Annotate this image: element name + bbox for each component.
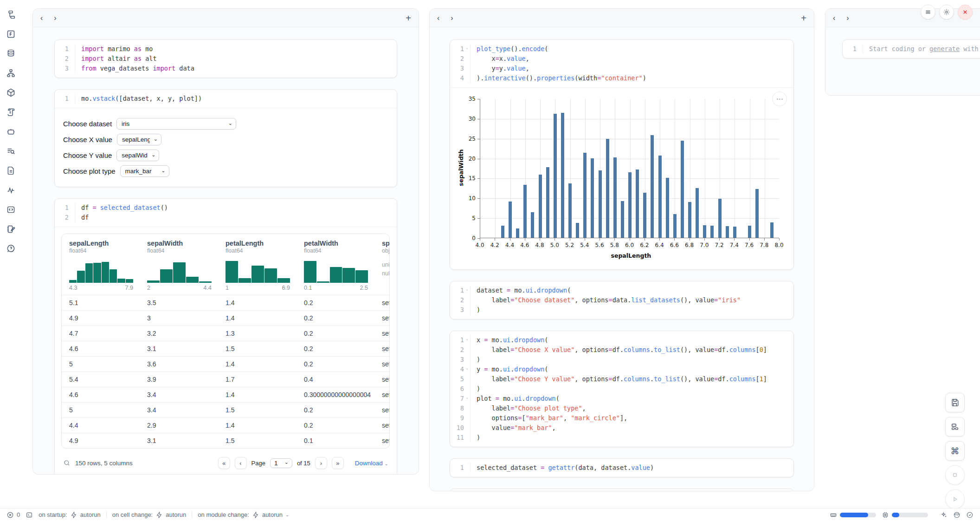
dependency-graph-icon[interactable] — [5, 67, 17, 79]
tracing-icon[interactable] — [5, 184, 17, 196]
fold-chevron-icon[interactable]: ⌄ — [464, 286, 470, 295]
generate-with-ai-link[interactable]: generate — [929, 45, 960, 52]
code-block-icon[interactable] — [5, 203, 17, 215]
chart-bar[interactable] — [583, 153, 587, 238]
table-row[interactable]: 4.93.11.50.1setosa — [62, 433, 390, 448]
help-icon[interactable] — [5, 242, 17, 254]
last-page-button[interactable]: » — [332, 457, 344, 469]
chart-bar[interactable] — [576, 223, 579, 238]
chart-bar[interactable] — [770, 222, 774, 238]
database-icon[interactable] — [5, 47, 17, 59]
chart-plot-area[interactable] — [480, 99, 779, 238]
on-module-change-setting[interactable]: on module change: autorun ⌄ — [198, 511, 289, 519]
chart-bar[interactable] — [755, 189, 759, 238]
menu-button[interactable] — [921, 5, 935, 20]
chart-bar[interactable] — [688, 202, 691, 238]
code-editor[interactable]: 1⌄plot_type().encode(2 x=x.value,3 y=y.v… — [450, 40, 793, 87]
code-editor[interactable]: 1df = selected_dataset()2df — [55, 199, 397, 227]
add-cell-button[interactable]: + — [801, 13, 806, 23]
chart-bar[interactable] — [509, 202, 512, 238]
table-row[interactable]: 5.43.91.70.4setosa — [62, 371, 390, 387]
bar-chart[interactable]: 4.04.24.44.64.85.05.25.45.65.86.06.26.46… — [453, 91, 790, 264]
add-cell-button[interactable]: + — [406, 13, 411, 23]
chevron-right-icon[interactable]: › — [54, 14, 56, 22]
search-list-icon[interactable] — [5, 145, 17, 157]
file-tree-icon[interactable] — [5, 8, 17, 20]
chart-bar[interactable] — [718, 199, 722, 238]
scratchpad-icon[interactable] — [5, 223, 17, 235]
code-editor[interactable]: 1plot_type = getattr(alt.Chart(df), plot… — [450, 489, 793, 491]
chart-menu-button[interactable] — [772, 91, 787, 106]
chart-bar[interactable] — [703, 225, 706, 238]
chart-bar[interactable] — [606, 139, 609, 238]
chevron-left-icon[interactable]: ‹ — [833, 14, 835, 22]
chart-bar[interactable] — [554, 114, 557, 238]
code-editor[interactable]: 1⌄x = mo.ui.dropdown(2 label="Choose X v… — [450, 331, 793, 447]
table-row[interactable]: 5.13.51.40.2setosa — [62, 295, 390, 310]
page-select[interactable]: 1 — [270, 458, 292, 468]
chart-bar[interactable] — [733, 227, 736, 238]
next-page-button[interactable]: › — [315, 457, 327, 469]
chevron-right-icon[interactable]: › — [451, 14, 453, 22]
cell-selected-dataset[interactable]: 1selected_dataset = getattr(data, datase… — [450, 458, 794, 477]
chart-bar[interactable] — [643, 193, 646, 238]
on-startup-setting[interactable]: on startup: autorun — [39, 511, 101, 519]
chart-bar[interactable] — [628, 172, 632, 238]
chart-bar[interactable] — [748, 226, 751, 238]
chart-bar[interactable] — [621, 201, 624, 238]
first-page-button[interactable]: « — [218, 457, 230, 469]
chart-bar[interactable] — [516, 228, 519, 238]
chart-bar[interactable] — [591, 158, 594, 238]
chart-bar[interactable] — [726, 226, 729, 238]
chevron-right-icon[interactable]: › — [846, 14, 849, 22]
prev-page-button[interactable]: ‹ — [235, 457, 247, 469]
run-button[interactable] — [945, 489, 965, 509]
fold-chevron-icon[interactable]: ⌄ — [464, 394, 470, 404]
dataset-select[interactable]: iris — [116, 118, 236, 130]
cell-imports[interactable]: 1import marimo as mo2import altair as al… — [54, 39, 397, 78]
command-palette-button[interactable]: ⌘ — [945, 441, 965, 461]
chart-bar[interactable] — [636, 169, 639, 238]
chart-bar[interactable] — [613, 157, 617, 238]
close-button[interactable] — [958, 5, 973, 20]
chart-bar[interactable] — [658, 156, 662, 238]
copilot-button[interactable] — [953, 511, 961, 519]
chart-bar[interactable] — [501, 226, 504, 238]
cell-chart[interactable]: 1⌄plot_type().encode(2 x=x.value,3 y=y.v… — [450, 39, 794, 270]
y-value-select[interactable]: sepalWidth — [116, 150, 159, 161]
chevron-left-icon[interactable]: ‹ — [437, 14, 439, 22]
code-editor[interactable]: 1import marimo as mo2import altair as al… — [55, 40, 397, 78]
chevron-left-icon[interactable]: ‹ — [40, 14, 43, 22]
chart-bar[interactable] — [568, 183, 572, 238]
dataframe-table[interactable]: sepalLength float64 4.37.9 sepalWidth fl… — [61, 234, 390, 449]
settings-button[interactable] — [939, 5, 954, 20]
chart-bar[interactable] — [539, 175, 542, 238]
ai-assist-button[interactable] — [940, 511, 948, 519]
stop-button[interactable] — [945, 465, 965, 485]
table-row[interactable]: 4.63.11.50.2setosa — [62, 341, 390, 356]
connection-status[interactable] — [966, 511, 974, 519]
cell-dataframe[interactable]: 1df = selected_dataset()2df sepalLength … — [54, 198, 397, 475]
snippets-icon[interactable] — [5, 164, 17, 176]
table-row[interactable]: 4.73.21.30.2setosa — [62, 326, 390, 341]
code-editor[interactable]: 1selected_dataset = getattr(data, datase… — [450, 459, 793, 477]
errors-indicator[interactable]: 0 — [6, 511, 20, 519]
empty-cell-placeholder[interactable]: Start coding or generate with AI — [863, 44, 980, 54]
terminal-button[interactable] — [26, 511, 33, 519]
save-button[interactable] — [945, 393, 965, 412]
function-icon[interactable] — [5, 28, 17, 40]
memory-usage[interactable] — [830, 511, 876, 519]
fold-chevron-icon[interactable]: ⌄ — [464, 335, 470, 345]
code-editor[interactable]: 1⌄dataset = mo.ui.dropdown(2 label="Choo… — [450, 281, 793, 319]
table-row[interactable]: 4.931.40.2setosa — [62, 310, 390, 326]
cpu-usage[interactable] — [882, 511, 928, 519]
search-icon[interactable] — [63, 459, 71, 467]
plot-type-select[interactable]: mark_bar — [120, 165, 169, 177]
cell-dataset-dropdown[interactable]: 1⌄dataset = mo.ui.dropdown(2 label="Choo… — [450, 281, 794, 319]
download-button[interactable]: Download ⌄ — [355, 460, 388, 467]
chart-bar[interactable] — [546, 167, 549, 238]
table-row[interactable]: 4.42.91.40.2setosa — [62, 417, 390, 433]
on-cell-change-setting[interactable]: on cell change: autorun — [112, 511, 187, 519]
chart-bar[interactable] — [599, 170, 602, 238]
chart-bar[interactable] — [531, 212, 534, 238]
